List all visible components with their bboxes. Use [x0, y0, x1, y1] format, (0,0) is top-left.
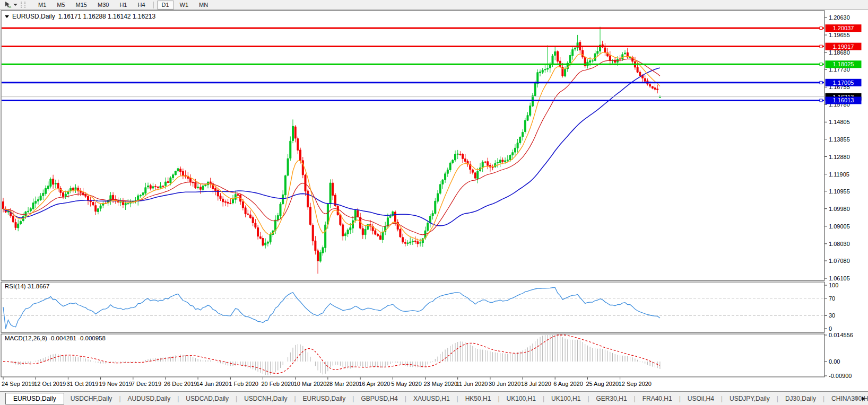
timeframe-button-m30[interactable]: M30 — [93, 1, 114, 10]
tab-usdcad-daily[interactable]: USDCAD,Daily — [179, 394, 235, 403]
date-axis-label: 7 Dec 2019 — [132, 381, 161, 387]
chart-tab-bar: EURUSD,DailyUSDCHF,Daily|AUDUSD,Daily|US… — [0, 391, 868, 405]
hline-handle-1.17005[interactable] — [820, 81, 822, 84]
timeframe-button-h4[interactable]: H4 — [133, 1, 150, 10]
price-axis-tick: 1.14805 — [829, 119, 850, 125]
top-toolbar: M1M5M15M30H1H4D1W1MN — [0, 0, 868, 10]
rsi-line — [3, 287, 660, 329]
price-axis-tick: 1.19655 — [829, 32, 850, 38]
price-badge-text: 1.17005 — [833, 80, 854, 86]
price-axis-tick: 1.18680 — [829, 49, 850, 56]
tabs-scroll-right-button[interactable] — [862, 397, 865, 401]
tab-xauusd-h1[interactable]: XAUUSD,H1 — [407, 394, 456, 403]
cursor-tool-button[interactable] — [2, 1, 20, 9]
price-badge-text: 1.20037 — [833, 25, 854, 31]
timeframe-button-m1[interactable]: M1 — [33, 1, 51, 10]
tabs-scroll-left-button[interactable] — [854, 397, 857, 401]
chart-title: EURUSD,Daily 1.16171 1.16288 1.16142 1.1… — [5, 13, 155, 20]
price-axis-tick: 1.10955 — [829, 188, 850, 195]
tab-dj30-daily[interactable]: DJ30,Daily — [779, 394, 822, 403]
tab-eurusd-daily[interactable]: EURUSD,Daily — [297, 394, 352, 403]
date-axis-label: 14 Jan 2020 — [196, 381, 229, 387]
macd-axis-tick: 0.00 — [829, 358, 840, 365]
timeframe-button-m15[interactable]: M15 — [71, 1, 92, 10]
hline-handle-1.20037[interactable] — [820, 27, 822, 30]
chart-title-ohlc: 1.16171 1.16288 1.16142 1.16213 — [58, 13, 156, 20]
price-badge-text: 1.19017 — [833, 43, 854, 50]
timeframe-button-d1[interactable]: D1 — [157, 1, 174, 10]
hline-handle-1.18025[interactable] — [820, 63, 822, 66]
date-axis-label: 28 Mar 2020 — [326, 381, 359, 387]
chart-title-collapse-icon[interactable] — [5, 15, 9, 18]
price-axis-tick: 1.07080 — [829, 258, 850, 264]
macd-indicator-label: MACD(12,26,9) -0.004281 -0.000958 — [5, 335, 106, 341]
date-axis-label: 26 Dec 2019 — [164, 381, 197, 387]
timeframe-button-h1[interactable]: H1 — [115, 1, 132, 10]
rsi-panel-frame — [1, 282, 824, 332]
date-axis-label: 20 Feb 2020 — [262, 381, 294, 387]
tab-usdchf-daily[interactable]: USDCHF,Daily — [64, 394, 119, 403]
tab-hk50-h1[interactable]: HK50,H1 — [459, 394, 498, 403]
ma-fast-line — [3, 52, 660, 241]
timeframe-button-w1[interactable]: W1 — [175, 1, 194, 10]
price-badge-text: 1.18025 — [833, 61, 854, 67]
tab-usdjpy-daily[interactable]: USDJPY,Daily — [723, 394, 776, 403]
date-axis-label: 19 Nov 2019 — [99, 381, 132, 387]
rsi-axis-tick: 30 — [829, 312, 835, 319]
date-axis-label: 12 Sep 2020 — [619, 381, 652, 387]
tab-usdcnh-daily[interactable]: USDCNH,Daily — [238, 394, 293, 403]
date-axis-label: 18 Jul 2020 — [521, 381, 551, 387]
date-axis-label: 31 Oct 2019 — [66, 381, 98, 387]
date-axis-label: 1 Feb 2020 — [229, 381, 258, 387]
tab-uk100-h1[interactable]: UK100,H1 — [500, 394, 542, 403]
rsi-axis-tick: 100 — [829, 282, 838, 288]
ma-medium-line — [3, 59, 660, 235]
chart-area[interactable]: 1.206301.196551.186801.177301.167551.157… — [0, 10, 868, 391]
price-badge-text: 1.16013 — [833, 97, 854, 103]
price-axis-tick: 1.09980 — [829, 206, 850, 212]
cursor-tool-caret-icon — [13, 4, 18, 6]
date-axis-label: 6 Aug 2020 — [553, 381, 583, 387]
date-axis-label: 11 Jun 2020 — [456, 381, 488, 387]
tab-uk100-h1[interactable]: UK100,H1 — [545, 394, 587, 403]
price-axis-tick: 1.13855 — [829, 136, 850, 143]
tab-gbpusd-h4[interactable]: GBPUSD,H4 — [354, 394, 404, 403]
chart-title-symbol: EURUSD,Daily — [12, 13, 55, 20]
price-axis-tick: 1.08030 — [829, 241, 850, 247]
timeframe-button-m5[interactable]: M5 — [52, 1, 70, 10]
date-axis-label: 5 May 2020 — [391, 381, 421, 387]
price-axis-tick: 1.20630 — [829, 14, 850, 21]
bear-candle-wicks — [3, 40, 657, 274]
tab-usoil-h4[interactable]: USOil,H4 — [681, 394, 721, 403]
macd-axis-tick: -0.00900 — [829, 373, 852, 379]
hline-handle-1.16013[interactable] — [820, 99, 822, 102]
date-axis-label: 10 Mar 2020 — [294, 381, 327, 387]
crosshair-cursor-icon — [4, 1, 12, 8]
tab-eurusd-daily[interactable]: EURUSD,Daily — [5, 393, 64, 404]
timeframe-button-group: M1M5M15M30H1H4D1W1MN — [31, 0, 215, 10]
toolbar-separator — [153, 2, 154, 8]
rsi-axis-tick: 70 — [829, 295, 835, 302]
toolbar-grip-handle[interactable] — [21, 2, 25, 8]
date-axis-label: 25 Aug 2020 — [586, 381, 619, 387]
bull-candle-wicks — [8, 27, 660, 263]
price-axis-tick: 1.12880 — [829, 154, 850, 160]
tab-audusd-daily[interactable]: AUDUSD,Daily — [121, 394, 177, 403]
date-axis-label: 16 Apr 2020 — [359, 381, 390, 387]
timeframe-button-mn[interactable]: MN — [194, 1, 213, 10]
bear-candle-bodies — [3, 42, 658, 261]
date-axis-label: 23 May 2020 — [424, 381, 458, 387]
macd-panel-frame — [1, 334, 824, 377]
price-axis-tick: 1.09005 — [829, 223, 850, 230]
price-axis-tick: 1.11905 — [829, 171, 849, 178]
ma-slow-line — [3, 68, 660, 226]
price-axis-tick: 1.06105 — [829, 275, 850, 281]
tab-fra40-h1[interactable]: FRA40,H1 — [636, 394, 679, 403]
date-axis-label: 30 Jun 2020 — [489, 381, 521, 387]
date-axis-label: 24 Sep 2019 — [2, 381, 34, 387]
date-axis-label: 12 Oct 2019 — [34, 381, 66, 387]
hline-handle-1.19017[interactable] — [820, 45, 822, 48]
rsi-axis-tick: 0 — [829, 325, 832, 332]
rsi-indicator-label: RSI(14) 31.8667 — [5, 283, 49, 289]
tab-ger30-h1[interactable]: GER30,H1 — [590, 394, 633, 403]
